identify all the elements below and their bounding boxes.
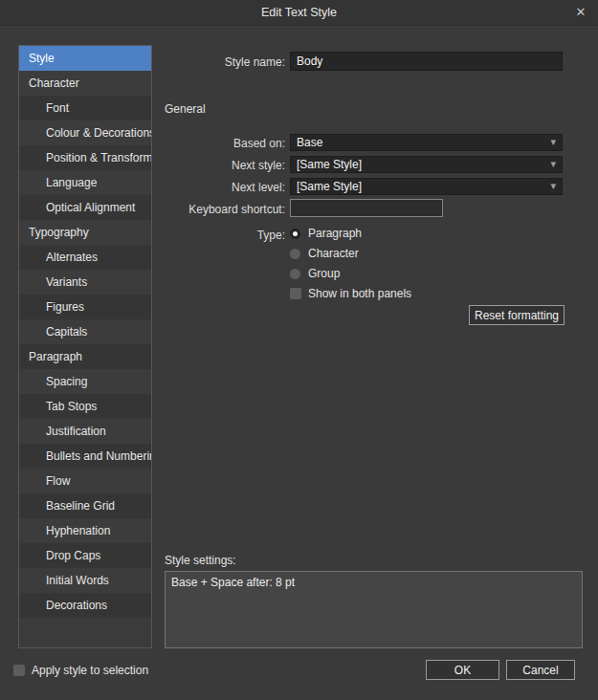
radio-icon bbox=[290, 269, 300, 279]
next-style-dropdown[interactable]: [Same Style] ▾ bbox=[290, 156, 563, 173]
sidebar-item-character[interactable]: Character bbox=[19, 71, 151, 96]
based-on-label: Based on: bbox=[0, 137, 285, 150]
sidebar-item-justification[interactable]: Justification bbox=[19, 419, 151, 444]
checkbox-icon bbox=[13, 665, 25, 676]
sidebar-item-capitals[interactable]: Capitals bbox=[19, 319, 151, 344]
radio-icon bbox=[290, 229, 300, 239]
apply-style-label: Apply style to selection bbox=[32, 664, 148, 677]
chevron-down-icon: ▾ bbox=[550, 180, 556, 192]
sidebar-item-initial-words[interactable]: Initial Words bbox=[19, 568, 151, 593]
type-radio-paragraph[interactable]: Paragraph bbox=[290, 227, 362, 240]
style-name-label: Style name: bbox=[0, 55, 285, 69]
next-level-value: [Same Style] bbox=[297, 180, 362, 193]
type-radio-label: Paragraph bbox=[308, 227, 362, 240]
chevron-down-icon: ▾ bbox=[550, 136, 556, 148]
type-radio-character[interactable]: Character bbox=[290, 247, 359, 260]
sidebar-item-bullets-and-numbering[interactable]: Bullets and Numbering bbox=[19, 444, 151, 469]
style-name-input[interactable]: Body bbox=[290, 52, 563, 71]
sidebar-item-spacing[interactable]: Spacing bbox=[19, 369, 151, 394]
sidebar-item-flow[interactable]: Flow bbox=[19, 469, 151, 493]
based-on-dropdown[interactable]: Base ▾ bbox=[290, 134, 563, 151]
show-in-both-panels-label: Show in both panels bbox=[308, 287, 411, 300]
sidebar-item-decorations[interactable]: Decorations bbox=[19, 593, 151, 618]
reset-formatting-button[interactable]: Reset formatting bbox=[469, 305, 565, 325]
ok-button[interactable]: OK bbox=[426, 660, 499, 680]
sidebar-item-font[interactable]: Font bbox=[19, 96, 151, 120]
type-radio-group[interactable]: Group bbox=[290, 267, 340, 280]
type-label: Type: bbox=[0, 229, 285, 242]
based-on-value: Base bbox=[297, 136, 322, 149]
close-icon[interactable]: ✕ bbox=[572, 4, 589, 21]
show-in-both-panels-checkbox[interactable]: Show in both panels bbox=[290, 287, 411, 300]
type-radio-label: Character bbox=[308, 247, 359, 260]
radio-icon bbox=[290, 249, 300, 259]
style-category-list: StyleCharacterFontColour & DecorationsPo… bbox=[18, 45, 152, 648]
chevron-down-icon: ▾ bbox=[550, 158, 556, 170]
keyboard-shortcut-input[interactable] bbox=[290, 199, 443, 217]
sidebar-item-figures[interactable]: Figures bbox=[19, 295, 151, 319]
sidebar-item-alternates[interactable]: Alternates bbox=[19, 245, 151, 270]
next-level-dropdown[interactable]: [Same Style] ▾ bbox=[290, 178, 563, 195]
general-section-label: General bbox=[165, 102, 206, 116]
style-settings-label: Style settings: bbox=[165, 554, 236, 567]
dialog-title: Edit Text Style bbox=[0, 6, 598, 19]
sidebar-item-tab-stops[interactable]: Tab Stops bbox=[19, 394, 151, 419]
keyboard-shortcut-label: Keyboard shortcut: bbox=[0, 203, 285, 216]
apply-style-checkbox[interactable]: Apply style to selection bbox=[13, 664, 148, 677]
sidebar-item-paragraph[interactable]: Paragraph bbox=[19, 344, 151, 369]
sidebar-item-variants[interactable]: Variants bbox=[19, 270, 151, 295]
next-style-value: [Same Style] bbox=[297, 158, 362, 171]
checkbox-icon bbox=[290, 288, 301, 299]
sidebar-item-drop-caps[interactable]: Drop Caps bbox=[19, 543, 151, 568]
type-radio-label: Group bbox=[308, 267, 340, 280]
dialog-titlebar: Edit Text Style ✕ bbox=[0, 0, 598, 26]
next-level-label: Next level: bbox=[0, 181, 285, 194]
cancel-button[interactable]: Cancel bbox=[506, 660, 575, 680]
next-style-label: Next style: bbox=[0, 159, 285, 172]
sidebar-item-baseline-grid[interactable]: Baseline Grid bbox=[19, 493, 151, 518]
style-settings-box: Base + Space after: 8 pt bbox=[165, 571, 583, 648]
sidebar-item-hyphenation[interactable]: Hyphenation bbox=[19, 518, 151, 543]
